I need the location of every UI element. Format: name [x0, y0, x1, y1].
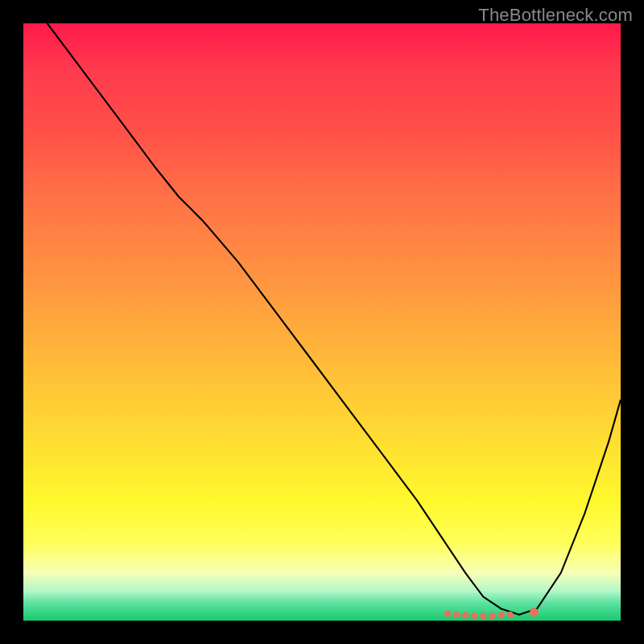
data-marker [444, 610, 451, 617]
data-marker [507, 611, 514, 617]
data-marker [471, 613, 477, 619]
data-marker [497, 612, 504, 618]
chart-svg [23, 23, 621, 621]
data-marker [489, 613, 495, 619]
bottleneck-curve [47, 23, 621, 615]
chart-frame: TheBottleneck.com [0, 0, 644, 644]
data-marker [453, 611, 460, 617]
plot-area [23, 23, 621, 621]
data-marker [530, 608, 539, 617]
data-marker [462, 612, 469, 618]
data-marker [480, 613, 486, 619]
